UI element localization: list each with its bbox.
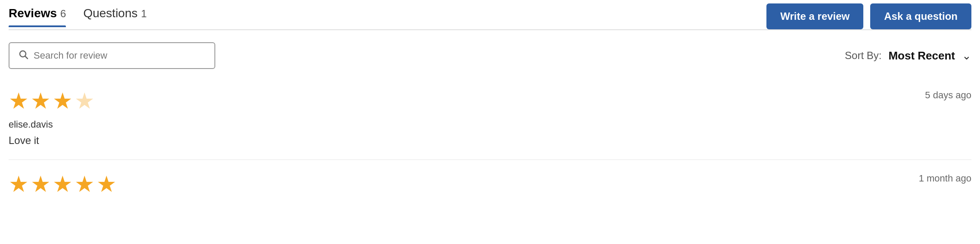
tabs-left: Reviews 6 Questions 1 — [9, 6, 147, 26]
write-review-button[interactable]: Write a review — [766, 3, 863, 29]
review-header: ★ ★ ★ ★ 5 days ago — [9, 90, 971, 119]
search-box — [9, 42, 215, 69]
divider — [9, 160, 971, 160]
star-1: ★ — [9, 90, 29, 112]
stars-rating: ★ ★ ★ ★ — [9, 90, 95, 112]
tab-reviews[interactable]: Reviews 6 — [9, 6, 66, 26]
stars-rating-2: ★ ★ ★ ★ ★ — [9, 173, 117, 195]
tab-reviews-count: 6 — [60, 8, 66, 20]
review-header-2: ★ ★ ★ ★ ★ 1 month ago — [9, 173, 971, 202]
tabs-header: Reviews 6 Questions 1 Write a review Ask… — [9, 0, 971, 30]
tab-questions[interactable]: Questions 1 — [83, 6, 146, 26]
review-timestamp-2: 1 month ago — [919, 173, 971, 184]
search-icon — [18, 49, 28, 62]
star2-5: ★ — [96, 173, 117, 195]
star2-1: ★ — [9, 173, 29, 195]
review-body: Love it — [9, 135, 971, 147]
star2-4: ★ — [74, 173, 95, 195]
tab-questions-label: Questions — [83, 6, 137, 20]
search-sort-row: Sort By: Most Recent ⌄ — [9, 42, 971, 69]
star-4: ★ — [74, 90, 95, 112]
reviewer-name: elise.davis — [9, 119, 971, 130]
tabs-right: Write a review Ask a question — [766, 3, 971, 29]
tab-questions-count: 1 — [141, 8, 147, 20]
star-3: ★ — [53, 90, 73, 112]
sort-label: Sort By: — [845, 50, 881, 62]
search-input[interactable] — [34, 50, 206, 61]
page-container: Reviews 6 Questions 1 Write a review Ask… — [0, 0, 980, 211]
sort-value: Most Recent — [888, 49, 955, 63]
review-item: ★ ★ ★ ★ 5 days ago elise.davis Love it — [9, 81, 971, 155]
review-timestamp: 5 days ago — [925, 90, 971, 101]
star2-3: ★ — [53, 173, 73, 195]
tab-reviews-label: Reviews — [9, 6, 57, 20]
svg-line-1 — [25, 56, 28, 59]
ask-question-button[interactable]: Ask a question — [870, 3, 971, 29]
star-2: ★ — [31, 90, 51, 112]
sort-row: Sort By: Most Recent ⌄ — [845, 49, 971, 63]
star2-2: ★ — [31, 173, 51, 195]
chevron-down-icon[interactable]: ⌄ — [962, 49, 971, 63]
review-item-2: ★ ★ ★ ★ ★ 1 month ago — [9, 164, 971, 211]
